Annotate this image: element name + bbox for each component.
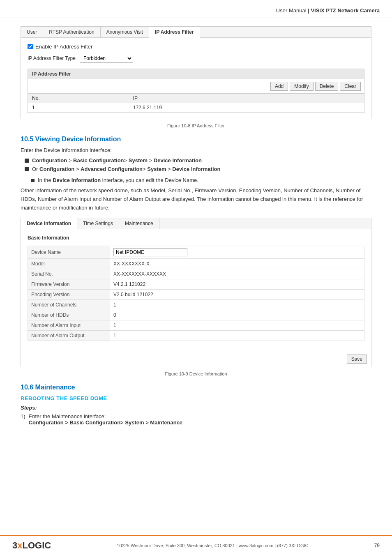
step-1-path: Configuration > Basic Configuration> Sys…	[29, 419, 183, 426]
ip-filter-panel: User RTSP Authentication Anonymous Visit…	[21, 26, 371, 119]
device-name-input[interactable]	[113, 248, 187, 256]
section-title: Viewing Device Information	[35, 136, 121, 143]
section-10-6-heading: 10.6 Maintenance	[21, 384, 371, 391]
page-header: User Manual | VISIX PTZ Network Camera	[0, 0, 392, 18]
value-model: XX-XXXXXXX-X	[110, 259, 364, 269]
bullet-text-2: Or Configuration > Advanced Configuratio…	[32, 166, 220, 172]
section-10-5: 10.5 Viewing Device Information Enter th…	[21, 136, 371, 212]
header-bold: | VISIX PTZ Network Camera	[308, 7, 380, 14]
sub-list: In the Device Information interface, you…	[21, 177, 371, 183]
value-serial: XX-XXXXXXX-XXXXXX	[110, 269, 364, 279]
row-alarm-input: Number of Alarm Input 1	[28, 320, 364, 331]
tab-rtsp[interactable]: RTSP Authentication	[43, 27, 100, 37]
value-encoding: V2.0 build 121022	[110, 290, 364, 300]
sub-bullet-item: In the Device Information interface, you…	[31, 177, 371, 183]
ip-address-table: No. IP 1 172.6.21.119	[28, 94, 364, 113]
row-alarm-output: Number of Alarm Output 1	[28, 331, 364, 341]
label-alarm-input: Number of Alarm Input	[28, 320, 110, 331]
figure1-caption: Figure 10-8 IP Address Filter	[21, 123, 371, 128]
rebooting-heading: REBOOTING THE SPEED DOME	[21, 395, 371, 401]
tab-device-information[interactable]: Device Information	[21, 218, 77, 229]
section-10-5-heading: 10.5 Viewing Device Information	[21, 136, 371, 143]
value-hdds: 0	[110, 310, 364, 320]
device-tab-bar: Device Information Time Settings Mainten…	[21, 218, 371, 229]
step-1: 1) Enter the Maintenance interface: Conf…	[21, 413, 371, 426]
filter-type-label: IP Address Filter Type	[28, 55, 76, 61]
step-num: 1)	[21, 413, 25, 426]
clear-button[interactable]: Clear	[340, 82, 361, 91]
enable-ip-filter-checkbox[interactable]	[28, 44, 33, 49]
footer-logo: 3xLOGIC	[12, 540, 51, 551]
tab-maintenance[interactable]: Maintenance	[119, 218, 159, 229]
filter-type-select[interactable]: Forbidden Allowed	[80, 54, 133, 63]
bullet-item-2: Or Configuration > Advanced Configuratio…	[25, 166, 371, 172]
tab-anonymous[interactable]: Anonymous Visit	[101, 27, 149, 37]
device-info-panel: Device Information Time Settings Mainten…	[21, 218, 371, 367]
table-row: 1 172.6.21.119	[28, 103, 364, 113]
footer-address: 10225 Westmoor Drive, Suite 300, Westmin…	[51, 543, 374, 548]
ip-filter-tab-content: Enable IP Address Filter IP Address Filt…	[21, 38, 371, 119]
row-model: Model XX-XXXXXXX-X	[28, 259, 364, 269]
page-footer: 3xLOGIC 10225 Westmoor Drive, Suite 300,…	[0, 535, 392, 555]
ip-address-filter-heading: IP Address Filter	[28, 69, 364, 79]
label-channels: Number of Channels	[28, 300, 110, 310]
add-button[interactable]: Add	[270, 82, 288, 91]
bullet-icon-2	[25, 167, 29, 171]
label-device-name: Device Name	[28, 246, 110, 259]
label-encoding: Encoding Version	[28, 290, 110, 300]
section-intro: Enter the Device Information interface:	[21, 147, 371, 153]
row-serial: Serial No. XX-XXXXXXX-XXXXXX	[28, 269, 364, 279]
label-firmware: Firmware Version	[28, 279, 110, 290]
bullet-text-1: Configuration > Basic Configuration> Sys…	[32, 157, 202, 164]
value-channels: 1	[110, 300, 364, 310]
save-button[interactable]: Save	[347, 355, 367, 364]
section-10-6-num: 10.6	[21, 384, 35, 391]
basic-info-heading: Basic Information	[28, 235, 364, 241]
step-1-text: Enter the Maintenance interface:	[29, 413, 106, 419]
ip-filter-tab-bar: User RTSP Authentication Anonymous Visit…	[21, 27, 371, 38]
row-channels: Number of Channels 1	[28, 300, 364, 310]
figure2-caption: Figure 10-9 Device Information	[21, 371, 371, 376]
value-alarm-output: 1	[110, 331, 364, 341]
section-num: 10.5	[21, 136, 35, 143]
bullet-icon-1	[25, 159, 29, 163]
tab-time-settings[interactable]: Time Settings	[77, 218, 119, 229]
main-content: User RTSP Authentication Anonymous Visit…	[0, 18, 392, 535]
device-info-table: Device Name Model XX-XXXXXXX-X Serial No…	[28, 246, 364, 341]
footer-logo-x: x	[17, 540, 22, 550]
step-1-content: Enter the Maintenance interface: Configu…	[29, 413, 183, 426]
section-10-6-title: Maintenance	[35, 384, 75, 391]
enable-ip-filter-label: Enable IP Address Filter	[35, 44, 92, 50]
cell-ip: 172.6.21.119	[129, 103, 364, 113]
device-content: Basic Information Device Name Model XX-X…	[21, 229, 371, 351]
header-text: User Manual	[276, 7, 308, 14]
row-encoding: Encoding Version V2.0 build 121022	[28, 290, 364, 300]
label-serial: Serial No.	[28, 269, 110, 279]
bullet-item-1: Configuration > Basic Configuration> Sys…	[25, 157, 371, 164]
tab-user[interactable]: User	[21, 27, 43, 37]
row-device-name: Device Name	[28, 246, 364, 259]
value-firmware: V4.2.1 121022	[110, 279, 364, 290]
steps-list: 1) Enter the Maintenance interface: Conf…	[21, 413, 371, 426]
modify-button[interactable]: Modify	[290, 82, 313, 91]
label-model: Model	[28, 259, 110, 269]
steps-label: Steps:	[21, 405, 371, 411]
cell-no: 1	[28, 103, 129, 113]
bullet-list: Configuration > Basic Configuration> Sys…	[21, 157, 371, 172]
row-firmware: Firmware Version V4.2.1 121022	[28, 279, 364, 290]
value-alarm-input: 1	[110, 320, 364, 331]
device-footer: Save	[21, 351, 371, 367]
label-hdds: Number of HDDs	[28, 310, 110, 320]
label-alarm-output: Number of Alarm Output	[28, 331, 110, 341]
sub-bullet-text: In the Device Information interface, you…	[38, 177, 198, 183]
delete-button[interactable]: Delete	[315, 82, 339, 91]
tab-ip-address-filter[interactable]: IP Address Filter	[149, 27, 200, 38]
section-10-6: 10.6 Maintenance REBOOTING THE SPEED DOM…	[21, 384, 371, 426]
body-paragraph: Other information of the network speed d…	[21, 187, 371, 212]
col-ip: IP	[129, 94, 364, 103]
filter-type-row: IP Address Filter Type Forbidden Allowed	[28, 54, 364, 63]
footer-page-number: 79	[374, 543, 380, 548]
value-device-name	[110, 246, 364, 259]
col-no: No.	[28, 94, 129, 103]
ip-filter-buttons: Add Modify Delete Clear	[28, 79, 364, 94]
